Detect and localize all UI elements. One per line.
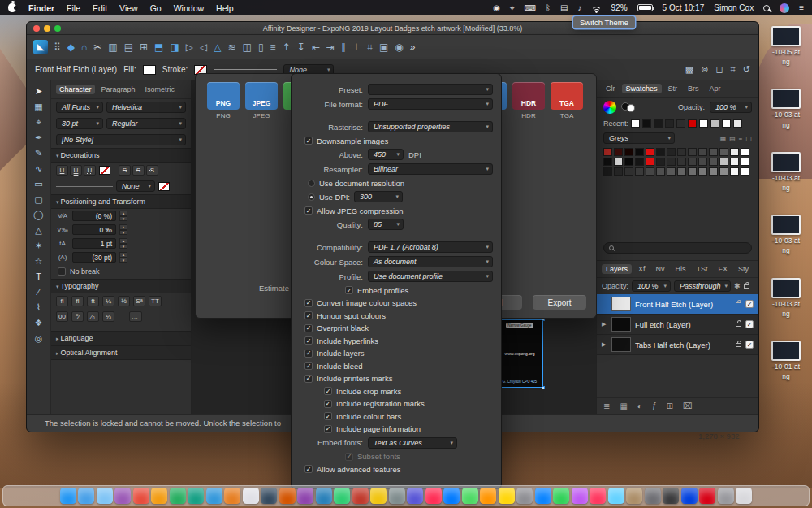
dock-app-icon[interactable] <box>261 488 277 504</box>
optical-alignment-section-header[interactable]: Optical Alignment <box>51 345 191 360</box>
context-icon[interactable]: ◻ <box>715 64 723 75</box>
swatch[interactable] <box>698 148 707 156</box>
dock-app-icon[interactable] <box>151 488 167 504</box>
field-value[interactable]: (30 pt) <box>72 252 116 263</box>
battery-icon[interactable] <box>637 4 653 11</box>
layer-visibility-checkbox[interactable] <box>745 300 754 308</box>
toolbar-icon[interactable]: ⇤ <box>312 42 320 52</box>
option-checkbox[interactable] <box>304 375 313 383</box>
disclosure-icon[interactable]: ▶ <box>602 321 607 328</box>
swatch[interactable] <box>635 148 644 156</box>
toolbar-icon[interactable]: ◫ <box>243 42 252 52</box>
apple-menu-icon[interactable] <box>8 3 16 12</box>
toolbar-icon[interactable]: ▥ <box>108 42 117 52</box>
swatch[interactable] <box>624 158 633 166</box>
option-checkbox[interactable] <box>304 324 313 332</box>
underline-button[interactable]: U <box>56 165 68 176</box>
selection-handle[interactable] <box>542 386 545 389</box>
menu-app-name[interactable]: Finder <box>28 3 54 13</box>
close-window-button[interactable] <box>33 25 40 32</box>
menu-view[interactable]: View <box>119 3 138 13</box>
toolbar-icon[interactable]: ◨ <box>170 42 179 52</box>
colour-wheel-icon[interactable] <box>603 101 616 114</box>
swatch-opacity-select[interactable]: 100 % <box>710 102 752 113</box>
dock-app-icon[interactable] <box>626 488 642 504</box>
typography-button[interactable]: fi <box>56 296 68 306</box>
menu-help[interactable]: Help <box>216 3 234 13</box>
menu-file[interactable]: File <box>67 3 80 13</box>
swatch[interactable] <box>624 167 633 176</box>
swatch[interactable] <box>624 148 633 156</box>
layers-action-icon[interactable]: ƒ <box>652 402 657 410</box>
dock-app-icon[interactable] <box>699 488 715 504</box>
toolbar-icon[interactable]: ⊞ <box>140 42 148 52</box>
use-document-resolution-radio[interactable] <box>308 180 315 187</box>
dock-app-icon[interactable] <box>736 488 752 504</box>
dock-app-icon[interactable] <box>188 488 204 504</box>
toolbar-icon[interactable]: ⊥ <box>352 42 361 52</box>
format-option[interactable]: PNG PNG <box>205 82 241 119</box>
layer-thumbnail[interactable] <box>611 317 631 332</box>
typography-button[interactable]: ½ <box>118 296 130 306</box>
status-icon[interactable]: ⌨ <box>525 3 536 13</box>
context-icon[interactable]: ▩ <box>685 64 693 75</box>
above-dpi-select[interactable]: 450 <box>368 149 404 160</box>
palette-select[interactable]: Greys <box>603 132 675 144</box>
tool-icon[interactable]: △ <box>35 226 41 235</box>
swatch-view-icon[interactable]: ≡ <box>739 135 743 142</box>
recent-swatch[interactable] <box>733 119 742 128</box>
swatch[interactable] <box>688 167 697 176</box>
swatch[interactable] <box>603 148 612 156</box>
swatch[interactable] <box>677 158 686 166</box>
blend-options-gear-icon[interactable]: ✱ <box>734 282 741 290</box>
selected-artwork[interactable]: Narrow Gauge www.expong.org G. Croydon C… <box>496 319 543 388</box>
layers-action-icon[interactable]: ▦ <box>620 402 627 410</box>
dock-app-icon[interactable] <box>352 488 369 504</box>
status-icon[interactable]: ⌖ <box>510 3 515 13</box>
lock-icon[interactable] <box>744 284 749 289</box>
dock-app-icon[interactable] <box>133 488 149 504</box>
dock-app-icon[interactable] <box>443 488 460 504</box>
dock-app-icon[interactable] <box>224 488 240 504</box>
option-checkbox[interactable] <box>324 412 332 420</box>
strikethrough-button[interactable]: S <box>132 165 145 176</box>
disclosure-icon[interactable]: ▶ <box>602 341 607 348</box>
status-icon[interactable]: ▤ <box>560 3 568 13</box>
character-panel-tab[interactable]: Character <box>56 85 95 94</box>
recent-swatch[interactable] <box>699 119 708 128</box>
layers-action-icon[interactable]: ⌧ <box>683 402 693 410</box>
swatch[interactable] <box>614 148 623 156</box>
swatch[interactable] <box>656 167 665 176</box>
typography-button[interactable]: ft <box>87 296 99 306</box>
swatch[interactable] <box>667 167 676 176</box>
recent-swatch[interactable] <box>722 119 731 128</box>
toolbar-icon[interactable]: ▤ <box>124 42 133 52</box>
siri-icon[interactable] <box>780 3 789 13</box>
strikethrough-button[interactable]: S <box>146 165 158 176</box>
desktop-file-icon[interactable]: -10-01 at ng <box>760 341 812 380</box>
option-checkbox[interactable] <box>304 336 313 345</box>
swatch[interactable] <box>698 158 707 166</box>
swatch[interactable] <box>646 158 654 166</box>
tool-icon[interactable]: ❖ <box>35 319 43 328</box>
layers-tab[interactable]: FX <box>715 264 732 274</box>
typography-button[interactable]: ¼ <box>102 296 114 306</box>
swatch-view-icon[interactable]: ▤ <box>729 135 736 142</box>
swatch[interactable] <box>741 158 749 166</box>
toolbar-icon[interactable]: ≡ <box>270 42 276 52</box>
decoration-stroke-select[interactable]: None <box>116 180 155 192</box>
toolbar-icon[interactable]: ⠿ <box>54 42 61 52</box>
layer-thumbnail[interactable] <box>611 337 631 352</box>
toolbar-icon[interactable]: ▯ <box>258 42 264 52</box>
tool-icon[interactable]: ✒ <box>35 133 42 142</box>
dock-app-icon[interactable] <box>60 488 76 504</box>
dock-app-icon[interactable] <box>681 488 698 504</box>
desktop-file-icon[interactable]: -10-03 at ng <box>760 89 812 128</box>
option-checkbox[interactable] <box>304 299 313 307</box>
decorations-section-header[interactable]: Decorations <box>51 148 191 163</box>
recent-swatch[interactable] <box>665 119 674 128</box>
layers-tab[interactable]: His <box>672 264 690 274</box>
toolbar-icon[interactable]: ↥ <box>283 42 291 52</box>
toolbar-icon[interactable]: ⇥ <box>326 42 335 52</box>
downsample-checkbox[interactable] <box>304 137 313 145</box>
